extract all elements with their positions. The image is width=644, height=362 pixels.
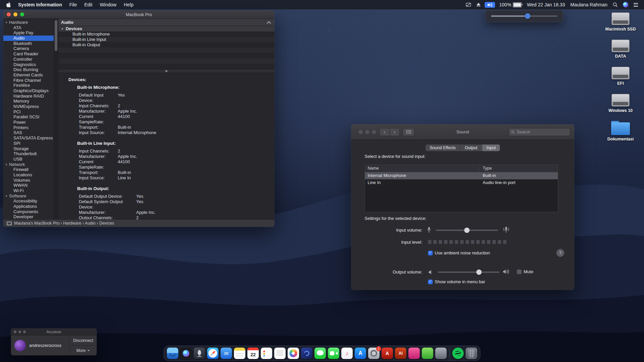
- dock-icon-pink-app[interactable]: [409, 348, 420, 359]
- siri-menu-extra[interactable]: [620, 0, 631, 9]
- mute-label[interactable]: Mute: [524, 269, 533, 274]
- volume-popover-slider[interactable]: [491, 15, 557, 17]
- eject-menu-extra[interactable]: [474, 0, 483, 9]
- ambient-noise-label[interactable]: Use ambient noise reduction: [435, 250, 490, 255]
- chevron-up-icon[interactable]: [267, 21, 271, 25]
- device-row-line-in[interactable]: Line InAudio line-in port: [365, 179, 558, 186]
- system-information-titlebar[interactable]: MacBook Pro: [3, 10, 274, 19]
- search-field[interactable]: [508, 128, 570, 136]
- tab-sound-effects[interactable]: Sound Effects: [425, 144, 461, 151]
- sidebar-item-power[interactable]: Power: [3, 120, 54, 125]
- dock-icon-textedit[interactable]: [274, 348, 286, 359]
- desktop-icon-windows-10[interactable]: Windows 10: [604, 94, 637, 113]
- search-input[interactable]: [516, 129, 568, 135]
- sidebar-item-accessibility[interactable]: Accessibility: [3, 198, 54, 204]
- more-button[interactable]: More: [70, 345, 97, 355]
- menu-window[interactable]: Window: [96, 0, 120, 9]
- minimize-button[interactable]: [365, 130, 369, 134]
- sidebar-item-controller[interactable]: Controller: [3, 57, 54, 62]
- desktop-icon-efi[interactable]: EFI: [604, 67, 637, 86]
- dock-icon-mail[interactable]: ✉: [221, 348, 232, 359]
- desktop-icon-dokumentasi[interactable]: Dokumentasi: [604, 121, 637, 141]
- dock-icon-acrobat[interactable]: A: [382, 348, 393, 359]
- sidebar-item-volumes[interactable]: Volumes: [3, 178, 54, 183]
- apple-menu[interactable]: [3, 0, 14, 9]
- volume-menu-extra[interactable]: [485, 2, 495, 8]
- tab-input[interactable]: Input: [482, 144, 500, 151]
- dock-icon-facetime[interactable]: [328, 348, 339, 359]
- sidebar-item-developer[interactable]: Developer: [3, 214, 54, 219]
- minimize-button[interactable]: [18, 330, 21, 333]
- sidebar-item-hardware-raid[interactable]: Hardware RAID: [3, 94, 54, 99]
- zoom-button[interactable]: [20, 12, 24, 16]
- sidebar-item-disc-burning[interactable]: Disc Burning: [3, 67, 54, 72]
- notification-center-menu-extra[interactable]: [631, 0, 641, 9]
- window-manager-menu-extra[interactable]: [463, 0, 474, 9]
- dock-icon-trash[interactable]: [466, 348, 477, 359]
- sidebar-item-locations[interactable]: Locations: [3, 172, 54, 178]
- sound-toolbar[interactable]: ‹ › Sound: [351, 124, 574, 140]
- desktop-icon-macintosh-ssd[interactable]: Macintosh SSD: [604, 12, 637, 32]
- sidebar-item-camera[interactable]: Camera: [3, 46, 54, 51]
- sidebar-item-applications[interactable]: Applications: [3, 204, 54, 209]
- volume-popover-knob[interactable]: [525, 13, 530, 19]
- sidebar-item-card-reader[interactable]: Card Reader: [3, 51, 54, 57]
- sidebar-item-sata-sata-express[interactable]: SATA/SATA Express: [3, 135, 54, 141]
- back-button[interactable]: ‹: [380, 128, 389, 136]
- spotlight-menu-extra[interactable]: [610, 0, 620, 9]
- zoom-button[interactable]: [23, 330, 26, 333]
- dock-icon-calendar[interactable]: 22: [248, 348, 259, 359]
- sidebar-item-bluetooth[interactable]: Bluetooth: [3, 41, 54, 46]
- dock-icon-spotify[interactable]: [452, 348, 464, 359]
- sidebar-item-components[interactable]: Components: [3, 209, 54, 215]
- sidebar-item-storage[interactable]: Storage: [3, 146, 54, 152]
- dock-icon-siri[interactable]: [180, 348, 192, 359]
- active-app-menu[interactable]: System Information: [14, 0, 66, 9]
- dock-icon-system-preferences[interactable]: 1: [368, 348, 380, 359]
- sidebar-item-memory[interactable]: Memory: [3, 99, 54, 104]
- mute-checkbox[interactable]: [517, 269, 522, 274]
- dock-icon-notes[interactable]: [234, 348, 246, 359]
- menu-edit[interactable]: Edit: [80, 0, 96, 9]
- show-volume-checkbox[interactable]: [428, 280, 433, 284]
- close-button[interactable]: [14, 330, 16, 333]
- dock-icon-photos[interactable]: [288, 348, 299, 359]
- sidebar-scrollbar[interactable]: [54, 19, 58, 219]
- sidebar-item-diagnostics[interactable]: Diagnostics: [3, 62, 54, 67]
- close-button[interactable]: [7, 12, 11, 16]
- tree-row-built-in-line-input[interactable]: Built-in Line Input: [58, 37, 274, 42]
- sidebar-section-software[interactable]: ▼Software: [3, 193, 54, 199]
- dock-icon-gray-app[interactable]: [435, 348, 447, 359]
- show-all-button[interactable]: [402, 128, 415, 136]
- dock-icon-green-app[interactable]: [422, 348, 433, 359]
- forward-button[interactable]: ›: [389, 128, 399, 136]
- dock-icon-launchpad[interactable]: [194, 348, 205, 359]
- user-menu-extra[interactable]: Maulana Rahman: [568, 0, 610, 9]
- sidebar-item-parallel-scsi[interactable]: Parallel SCSI: [3, 114, 54, 120]
- sidebar-item-ata[interactable]: ATA: [3, 25, 54, 31]
- sidebar-section-network[interactable]: ▼Network: [3, 162, 54, 167]
- dock-icon-safari[interactable]: [207, 348, 219, 359]
- zoom-button[interactable]: [372, 130, 376, 134]
- dock-icon-blue-app[interactable]: [301, 348, 313, 359]
- device-row-internal-microphone[interactable]: Internal MicrophoneBuilt-in: [365, 172, 558, 179]
- help-button[interactable]: ?: [556, 249, 564, 257]
- close-button[interactable]: [359, 130, 363, 134]
- battery-menu-extra[interactable]: 100%: [496, 0, 524, 9]
- clock-menu-extra[interactable]: Wed 22 Jan 18.33: [524, 0, 568, 9]
- sidebar-item-fibre-channel[interactable]: Fibre Channel: [3, 78, 54, 83]
- sidebar-item-usb[interactable]: USB: [3, 157, 54, 162]
- minimize-button[interactable]: [13, 12, 17, 16]
- dock-icon-messages[interactable]: [315, 348, 326, 359]
- sidebar-item-graphics-displays[interactable]: Graphics/Displays: [3, 88, 54, 94]
- dock-icon-finder[interactable]: [167, 348, 178, 359]
- input-volume-knob[interactable]: [464, 228, 470, 233]
- dock-icon-reminders[interactable]: [261, 348, 272, 359]
- dock-icon-music[interactable]: ♪: [341, 348, 353, 359]
- ambient-noise-checkbox[interactable]: [428, 251, 433, 255]
- menu-file[interactable]: File: [66, 0, 81, 9]
- sidebar-item-wi-fi[interactable]: Wi-Fi: [3, 188, 54, 193]
- tab-output[interactable]: Output: [461, 144, 482, 151]
- sidebar-item-pci[interactable]: PCI: [3, 109, 54, 115]
- sidebar-item-ethernet-cards[interactable]: Ethernet Cards: [3, 72, 54, 78]
